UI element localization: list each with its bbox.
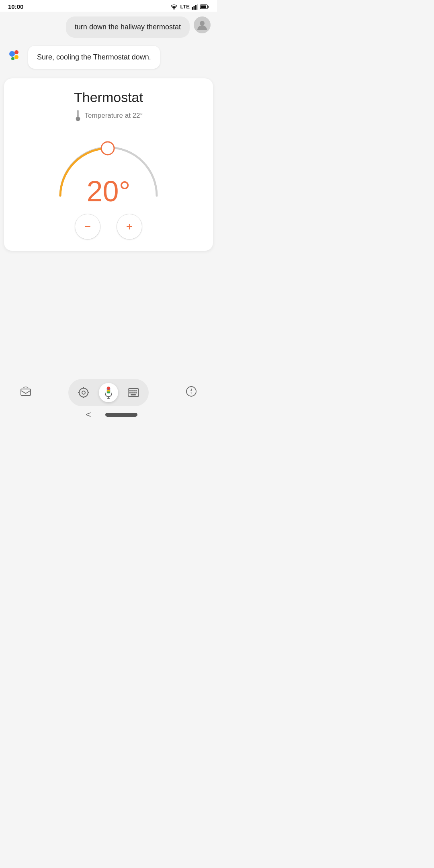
thermometer-icon bbox=[74, 110, 82, 121]
status-time: 10:00 bbox=[8, 3, 23, 10]
svg-rect-34 bbox=[133, 390, 135, 391]
svg-rect-3 bbox=[195, 5, 197, 10]
wifi-icon bbox=[170, 4, 178, 10]
user-message-row: turn down the hallway thermostat bbox=[6, 16, 211, 38]
status-icons: LTE bbox=[170, 4, 209, 10]
inbox-icon[interactable] bbox=[20, 387, 31, 399]
thermostat-controls: − + bbox=[12, 214, 205, 240]
home-indicator[interactable] bbox=[105, 413, 137, 417]
google-assistant-logo bbox=[6, 46, 24, 63]
svg-rect-35 bbox=[135, 390, 137, 391]
user-bubble: turn down the hallway thermostat bbox=[66, 16, 190, 38]
svg-point-10 bbox=[14, 50, 18, 54]
svg-rect-4 bbox=[197, 4, 199, 10]
temp-label-text: Temperature at 22° bbox=[85, 112, 143, 120]
svg-point-41 bbox=[186, 387, 196, 396]
svg-point-11 bbox=[14, 55, 18, 59]
assistant-row: Sure, cooling the Thermostat down. bbox=[6, 46, 211, 69]
status-bar: 10:00 LTE bbox=[0, 0, 217, 12]
svg-point-9 bbox=[9, 51, 15, 57]
svg-rect-7 bbox=[208, 6, 209, 8]
svg-rect-28 bbox=[107, 392, 110, 393]
lens-icon[interactable] bbox=[76, 385, 91, 400]
svg-rect-18 bbox=[21, 389, 31, 395]
thermostat-card: Thermostat Temperature at 22° bbox=[4, 78, 213, 251]
svg-point-12 bbox=[11, 57, 14, 60]
svg-rect-33 bbox=[131, 390, 133, 391]
avatar-icon bbox=[197, 19, 207, 31]
increase-button[interactable]: + bbox=[117, 214, 142, 240]
lte-icon: LTE bbox=[180, 4, 190, 10]
svg-rect-40 bbox=[131, 394, 136, 395]
svg-rect-26 bbox=[107, 387, 110, 390]
input-bar bbox=[68, 379, 149, 406]
svg-marker-42 bbox=[190, 388, 192, 391]
microphone-button[interactable] bbox=[99, 383, 118, 402]
svg-rect-27 bbox=[107, 390, 110, 391]
svg-rect-1 bbox=[192, 7, 193, 10]
svg-rect-6 bbox=[201, 5, 206, 8]
compass-icon[interactable] bbox=[186, 386, 197, 399]
svg-rect-36 bbox=[129, 392, 131, 393]
keyboard-icon[interactable] bbox=[126, 385, 141, 400]
svg-marker-43 bbox=[190, 392, 192, 395]
user-message-text: turn down the hallway thermostat bbox=[75, 23, 181, 31]
svg-rect-38 bbox=[133, 392, 135, 393]
svg-rect-32 bbox=[129, 390, 131, 391]
main-content: turn down the hallway thermostat bbox=[0, 12, 217, 428]
user-avatar bbox=[194, 16, 211, 33]
decrease-button[interactable]: − bbox=[75, 214, 100, 240]
svg-rect-39 bbox=[135, 392, 137, 393]
svg-rect-16 bbox=[78, 115, 78, 120]
signal-icon bbox=[192, 4, 198, 10]
assistant-bubble: Sure, cooling the Thermostat down. bbox=[28, 46, 160, 69]
svg-rect-37 bbox=[131, 392, 133, 393]
thermostat-title: Thermostat bbox=[12, 90, 205, 105]
temperature-label: Temperature at 22° bbox=[12, 110, 205, 121]
toolbar-extras bbox=[8, 376, 209, 408]
svg-point-17 bbox=[101, 142, 114, 155]
svg-point-20 bbox=[82, 391, 85, 394]
thermostat-dial: 20° bbox=[48, 125, 169, 206]
svg-point-19 bbox=[79, 388, 88, 397]
current-temperature: 20° bbox=[87, 177, 131, 206]
battery-icon bbox=[200, 4, 209, 9]
svg-point-8 bbox=[200, 21, 205, 26]
chat-area: turn down the hallway thermostat bbox=[0, 12, 217, 78]
back-button[interactable]: < bbox=[80, 408, 98, 422]
assistant-response-text: Sure, cooling the Thermostat down. bbox=[37, 53, 151, 61]
bottom-toolbar: < bbox=[0, 371, 217, 428]
svg-point-0 bbox=[174, 8, 175, 10]
svg-rect-2 bbox=[194, 6, 195, 10]
nav-bar: < bbox=[8, 408, 209, 425]
